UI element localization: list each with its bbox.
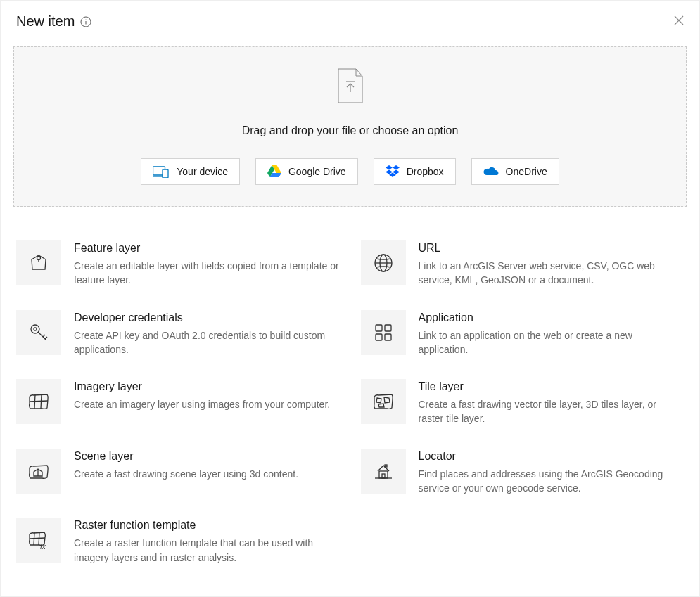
dropzone-text: Drag and drop your file or choose an opt… xyxy=(28,124,672,137)
header-left: New item xyxy=(16,13,91,30)
option-raster-function-template[interactable]: fx Raster function template Create a ras… xyxy=(16,518,340,565)
dropbox-icon xyxy=(386,165,400,178)
locator-icon xyxy=(361,449,406,494)
option-desc: Create a fast drawing scene layer using … xyxy=(74,467,340,481)
dialog-header: New item xyxy=(1,1,699,39)
option-title: Application xyxy=(419,312,685,324)
option-title: Scene layer xyxy=(74,450,340,463)
svg-point-10 xyxy=(37,257,41,260)
apps-icon xyxy=(361,310,406,355)
option-title: Imagery layer xyxy=(74,380,340,393)
option-imagery-layer[interactable]: Imagery layer Create an imagery layer us… xyxy=(16,379,340,426)
close-button[interactable] xyxy=(674,15,684,28)
option-tile-layer[interactable]: Tile layer Create a fast drawing vector … xyxy=(361,379,685,426)
source-google-drive[interactable]: Google Drive xyxy=(255,158,358,185)
key-icon xyxy=(16,310,61,355)
svg-point-16 xyxy=(34,328,37,330)
option-desc: Create an imagery layer using images fro… xyxy=(74,397,340,411)
source-label: OneDrive xyxy=(506,166,547,177)
svg-rect-9 xyxy=(163,169,168,178)
option-desc: Link to an ArcGIS Server web service, CS… xyxy=(419,259,685,288)
imagery-icon xyxy=(16,379,61,424)
svg-rect-21 xyxy=(385,325,391,331)
source-label: Dropbox xyxy=(407,166,444,177)
option-desc: Create a fast drawing vector tile layer,… xyxy=(419,397,685,426)
option-desc: Create an editable layer with fields cop… xyxy=(74,259,340,288)
onedrive-icon xyxy=(483,167,499,176)
svg-rect-31 xyxy=(385,465,387,467)
source-label: Google Drive xyxy=(288,166,346,177)
feature-layer-icon xyxy=(16,240,61,285)
item-type-grid: Feature layer Create an editable layer w… xyxy=(1,207,699,579)
scene-layer-icon xyxy=(16,449,61,494)
option-feature-layer[interactable]: Feature layer Create an editable layer w… xyxy=(16,240,340,288)
upload-file-icon xyxy=(336,68,364,103)
source-your-device[interactable]: Your device xyxy=(141,158,240,185)
raster-template-icon: fx xyxy=(16,518,61,563)
svg-line-18 xyxy=(43,335,45,337)
option-url[interactable]: URL Link to an ArcGIS Server web service… xyxy=(361,240,685,288)
svg-text:fx: fx xyxy=(40,543,46,550)
svg-rect-22 xyxy=(376,334,382,340)
svg-rect-20 xyxy=(376,325,382,331)
option-developer-credentials[interactable]: Developer credentials Create API key and… xyxy=(16,310,340,357)
option-title: Locator xyxy=(419,450,685,463)
device-icon xyxy=(153,165,170,178)
svg-point-1 xyxy=(86,19,87,20)
svg-rect-23 xyxy=(385,334,391,340)
google-drive-icon xyxy=(267,165,281,178)
info-icon[interactable] xyxy=(80,16,91,27)
source-label: Your device xyxy=(177,166,228,177)
tile-layer-icon xyxy=(361,379,406,424)
svg-line-34 xyxy=(30,538,45,539)
svg-rect-28 xyxy=(379,471,388,478)
option-title: Developer credentials xyxy=(74,312,340,324)
source-onedrive[interactable]: OneDrive xyxy=(471,158,559,185)
option-desc: Create a raster function template that c… xyxy=(74,536,340,565)
option-title: Feature layer xyxy=(74,242,340,255)
option-application[interactable]: Application Link to an application on th… xyxy=(361,310,685,357)
file-dropzone[interactable]: Drag and drop your file or choose an opt… xyxy=(13,46,687,207)
svg-rect-29 xyxy=(382,474,385,478)
svg-line-26 xyxy=(30,401,48,402)
option-desc: Create API key and OAuth 2.0 credentials… xyxy=(74,328,340,357)
option-title: URL xyxy=(419,242,685,255)
option-title: Tile layer xyxy=(419,380,685,393)
option-title: Raster function template xyxy=(74,519,340,532)
source-dropbox[interactable]: Dropbox xyxy=(374,158,456,185)
dialog-title: New item xyxy=(16,13,75,30)
source-buttons-row: Your device Google Drive xyxy=(28,158,672,185)
option-scene-layer[interactable]: Scene layer Create a fast drawing scene … xyxy=(16,449,340,496)
svg-line-19 xyxy=(45,337,47,339)
option-locator[interactable]: Locator Find places and addresses using … xyxy=(361,449,685,496)
globe-icon xyxy=(361,240,406,285)
option-desc: Link to an application on the web or cre… xyxy=(419,328,685,357)
option-desc: Find places and addresses using the ArcG… xyxy=(419,467,685,496)
